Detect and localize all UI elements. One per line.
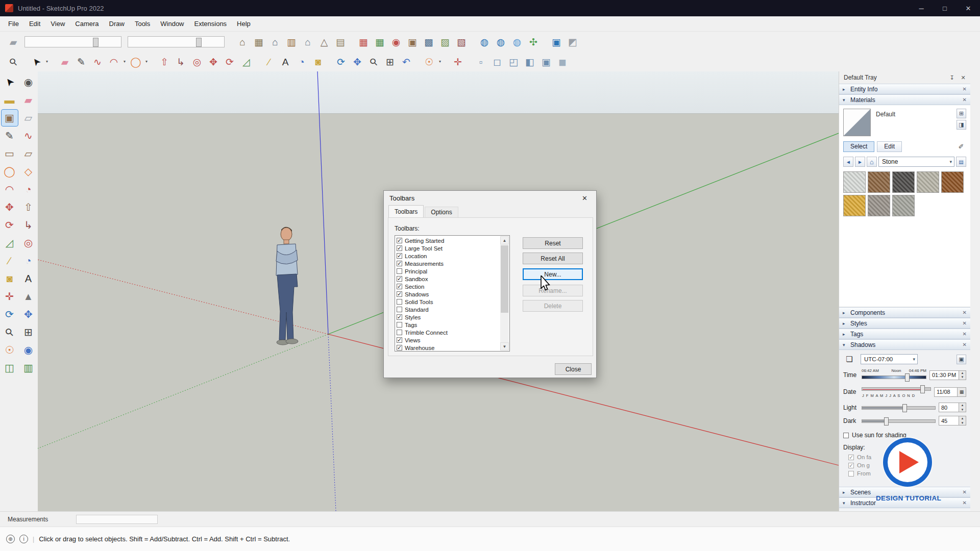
add-location-globe-icon[interactable]: ◍ — [477, 34, 492, 49]
pie-tool[interactable]: ◔ — [20, 181, 37, 197]
toolbar-checkbox[interactable] — [397, 245, 402, 251]
secondary-pane-button[interactable]: ◨ — [957, 120, 966, 130]
position-camera-icon[interactable]: ☉▾ — [422, 54, 437, 69]
toolbar-checkbox[interactable] — [397, 276, 402, 282]
paint-bucket-tool[interactable]: ◙ — [2, 270, 18, 287]
menu-draw[interactable]: Draw — [104, 18, 130, 30]
stone-swatch-gray-marble[interactable] — [868, 195, 890, 216]
toolbar-checkbox[interactable] — [397, 284, 402, 289]
timezone-select[interactable]: UTC-07:00 ▾ — [861, 354, 918, 364]
rotate-tool-icon[interactable]: ⟳ — [222, 54, 237, 69]
hidden-line-style-icon[interactable]: ◰ — [506, 54, 521, 69]
protractor-tool[interactable]: ◔ — [20, 253, 37, 269]
minimize-button[interactable]: ─ — [910, 0, 933, 16]
tab-toolbars[interactable]: Toolbars — [388, 205, 424, 217]
measurements-input[interactable] — [76, 515, 158, 524]
section-close-icon[interactable]: ✕ — [963, 97, 967, 103]
material-box-tool[interactable]: ▣ — [2, 110, 18, 126]
toolbar-checkbox[interactable] — [397, 253, 402, 259]
time-value-field[interactable]: 01:30 PM — [929, 370, 959, 380]
arc-tool[interactable]: ◠ — [2, 181, 18, 197]
3d-text-tool[interactable]: ▲ — [20, 288, 37, 305]
stone-swatch-saddle-brown[interactable] — [941, 171, 964, 193]
reset-button[interactable]: Reset — [523, 237, 583, 249]
display-option-checkbox[interactable] — [848, 463, 854, 468]
close-button[interactable]: Close — [555, 363, 592, 375]
stamp-icon[interactable]: ▣ — [405, 34, 420, 49]
rotated-rectangle-tool[interactable]: ▱ — [20, 145, 37, 162]
section-close-icon[interactable]: ✕ — [963, 500, 967, 506]
toolbar-list-item[interactable]: Styles — [397, 313, 500, 321]
toolbar-checkbox[interactable] — [397, 345, 402, 350]
time-spinner[interactable]: ▲▼ — [959, 370, 966, 380]
dark-slider[interactable] — [862, 419, 936, 423]
text-tool-icon[interactable]: A — [278, 54, 293, 69]
spinner-up-icon[interactable]: ▲ — [959, 403, 966, 408]
soften-eraser-tool[interactable]: ▱ — [20, 110, 37, 126]
scroll-thumb[interactable] — [501, 245, 508, 313]
menu-view[interactable]: View — [45, 18, 70, 30]
menu-window[interactable]: Window — [155, 18, 189, 30]
tab-select[interactable]: Select — [843, 141, 874, 152]
offset-tool[interactable]: ◎ — [20, 235, 37, 251]
axes-tool[interactable]: ✛ — [2, 288, 18, 305]
dropdown-arrow-icon[interactable]: ▾ — [145, 59, 148, 64]
zoom-lens-icon[interactable]: ⚲ — [6, 54, 21, 69]
offset-tool-icon[interactable]: ◎ — [189, 54, 205, 69]
toolbar-list-item[interactable]: Warehouse — [397, 344, 500, 352]
monochrome-style-icon[interactable]: ◼ — [555, 54, 570, 69]
arc-tool-icon[interactable]: ◠▾ — [106, 54, 121, 69]
sample-paint-icon[interactable]: ✐ — [956, 142, 966, 152]
photo-textures-globe-icon[interactable]: ◍ — [509, 34, 525, 49]
section-close-icon[interactable]: ✕ — [963, 331, 967, 337]
section-close-icon[interactable]: ✕ — [963, 86, 967, 92]
toolbar-checkbox[interactable] — [397, 291, 402, 297]
spinner-down-icon[interactable]: ▼ — [959, 408, 966, 412]
toolbar-list-item[interactable]: Large Tool Set — [397, 244, 500, 252]
zoom-tool-icon[interactable]: ⚲ — [366, 54, 381, 69]
rename-button[interactable]: Rename... — [523, 285, 583, 296]
tray-close-icon[interactable]: ✕ — [958, 72, 968, 83]
spinner-down-icon[interactable]: ▼ — [959, 375, 966, 380]
pan-tool-icon[interactable]: ✥ — [350, 54, 365, 69]
line-tool-icon[interactable]: ✎ — [74, 54, 89, 69]
toolbar-list-item[interactable]: Measurements — [397, 260, 500, 267]
material-category-select[interactable]: Stone ▾ — [878, 157, 954, 167]
stone-swatch-gold[interactable] — [843, 195, 866, 216]
toolbar-checkbox[interactable] — [397, 261, 402, 266]
time-slider[interactable] — [862, 375, 926, 379]
toolbar-list-item[interactable]: Trimble Connect — [397, 329, 500, 336]
style-slider-field-2[interactable] — [128, 36, 225, 47]
polygon-tool[interactable]: ◇ — [20, 163, 37, 180]
orbit-tool-icon[interactable]: ⟳ — [333, 54, 349, 69]
toolbar-list-item[interactable]: Sandbox — [397, 275, 500, 283]
toolbars-listbox[interactable]: ▲ ▼ Getting StartedLarge Tool SetLocatio… — [395, 235, 510, 352]
freehand-tool-icon[interactable]: ∿ — [90, 54, 105, 69]
toggle-terrain-globe-icon[interactable]: ◍ — [493, 34, 508, 49]
menu-edit[interactable]: Edit — [24, 18, 45, 30]
delete-button[interactable]: Delete — [523, 300, 583, 312]
zoom-extents-icon[interactable]: ⊞ — [382, 54, 398, 69]
select-tool-icon[interactable]: ➤▾ — [29, 54, 44, 69]
protractor-tool-icon[interactable]: ◔ — [294, 54, 309, 69]
stone-swatch-beige[interactable] — [917, 171, 939, 193]
tab-edit[interactable]: Edit — [877, 141, 902, 152]
toolbar-checkbox[interactable] — [397, 307, 402, 312]
dark-spinner[interactable]: ▲▼ — [959, 416, 966, 425]
building-icon[interactable]: ▦ — [251, 34, 266, 49]
dropdown-arrow-icon[interactable]: ▾ — [124, 59, 126, 64]
section-styles[interactable]: ▸ Styles ✕ — [839, 318, 970, 329]
toolbar-checkbox[interactable] — [397, 330, 402, 335]
look-around-tool[interactable]: ◉ — [20, 342, 37, 358]
toolbar-list-item[interactable]: Shadows — [397, 290, 500, 298]
wireframe-style-icon[interactable]: ◻ — [489, 54, 505, 69]
smoove-icon[interactable]: ◉ — [388, 34, 404, 49]
details-icon[interactable]: ▤ — [956, 157, 966, 167]
toolbar-list-item[interactable]: Section — [397, 283, 500, 290]
dropdown-arrow-icon[interactable]: ▾ — [46, 59, 48, 64]
home-icon[interactable]: ⌂ — [267, 34, 283, 49]
move-tool-icon[interactable]: ✥ — [206, 54, 221, 69]
stone-swatch-charcoal[interactable] — [892, 171, 915, 193]
menu-extensions[interactable]: Extensions — [189, 18, 232, 30]
spinner-up-icon[interactable]: ▲ — [959, 416, 966, 421]
